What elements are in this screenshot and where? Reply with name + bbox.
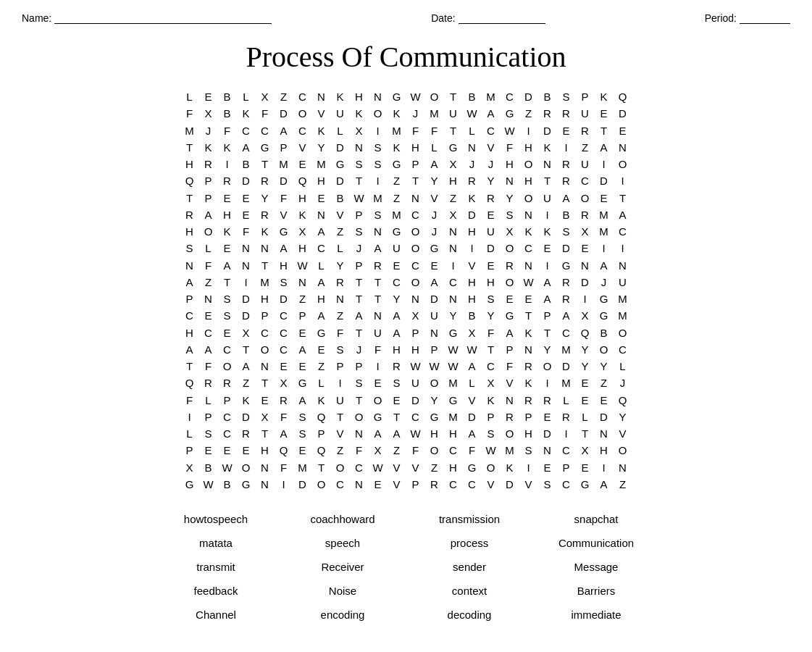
grid-cell: E <box>275 358 293 375</box>
grid-cell: W <box>350 190 369 206</box>
grid-cell: P <box>180 442 199 459</box>
grid-cell: A <box>369 240 388 256</box>
grid-cell: N <box>538 156 557 172</box>
grid-cell: E <box>538 459 557 476</box>
grid-row: MJFCCACKLXIMFFTLCWIDERTE <box>180 122 632 139</box>
grid-cell: C <box>293 122 312 139</box>
grid-cell: E <box>293 358 312 375</box>
grid-cell: T <box>256 257 275 274</box>
grid-cell: H <box>519 172 538 189</box>
grid-cell: K <box>218 139 237 156</box>
grid-cell: N <box>614 139 632 156</box>
grid-cell: M <box>369 190 388 206</box>
grid-cell: W <box>482 442 501 459</box>
grid-cell: P <box>312 425 331 442</box>
grid-cell: T <box>180 139 199 156</box>
grid-cell: C <box>256 122 275 139</box>
grid-cell: H <box>425 425 444 442</box>
grid-cell: H <box>463 274 482 291</box>
grid-cell: R <box>557 291 576 307</box>
grid-cell: P <box>199 190 218 206</box>
grid-cell: W <box>519 274 538 291</box>
grid-cell: W <box>463 341 482 358</box>
grid-cell: U <box>406 375 425 391</box>
grid-cell: G <box>256 139 275 156</box>
grid-cell: P <box>576 88 595 105</box>
grid-cell: J <box>199 122 218 139</box>
grid-cell: N <box>237 257 256 274</box>
grid-cell: C <box>180 307 199 324</box>
grid-cell: F <box>199 358 218 375</box>
page-title: Process Of Communication <box>14 40 798 74</box>
grid-cell: N <box>369 307 388 324</box>
grid-cell: I <box>218 156 237 172</box>
grid-cell: V <box>312 105 331 122</box>
grid-cell: C <box>482 122 501 139</box>
grid-cell: N <box>519 206 538 223</box>
grid-cell: D <box>237 409 256 425</box>
grid-cell: T <box>331 409 350 425</box>
grid-cell: M <box>595 223 614 240</box>
list-item: Barriers <box>533 582 660 600</box>
grid-cell: N <box>350 425 369 442</box>
grid-cell: D <box>595 172 614 189</box>
grid-cell: V <box>388 459 406 476</box>
grid-cell: H <box>463 291 482 307</box>
list-item: Receiver <box>280 558 406 576</box>
grid-cell: M <box>614 291 632 307</box>
grid-cell: Z <box>331 442 350 459</box>
grid-cell: N <box>519 341 538 358</box>
grid-cell: H <box>519 425 538 442</box>
grid-cell: G <box>444 392 463 409</box>
grid-cell: U <box>576 156 595 172</box>
grid-cell: C <box>557 325 576 341</box>
grid-row: LSCRTASPVNAAWHHASOHDITNV <box>180 425 632 442</box>
grid-cell: R <box>557 409 576 425</box>
grid-cell: C <box>444 476 463 493</box>
grid-cell: C <box>406 257 425 274</box>
grid-cell: O <box>538 358 557 375</box>
grid-cell: I <box>369 358 388 375</box>
grid-cell: Y <box>538 341 557 358</box>
grid-cell: G <box>312 325 331 341</box>
grid-cell: A <box>312 307 331 324</box>
grid-cell: C <box>275 307 293 324</box>
grid-cell: Z <box>199 274 218 291</box>
grid-row: PEEEHQEQZFXZFOCFWMSNCXHO <box>180 442 632 459</box>
grid-cell: T <box>444 122 463 139</box>
grid-row: RAHERVKNVPSMCJXDESNIBRMA <box>180 206 632 223</box>
grid-row: QRRZTXGLISESUOMLXVKIMEZJ <box>180 375 632 391</box>
grid-cell: C <box>218 425 237 442</box>
grid-cell: A <box>425 156 444 172</box>
grid-row: HRIBTMEMGSSGPAXJJHONRUIO <box>180 156 632 172</box>
grid-cell: P <box>293 307 312 324</box>
grid-cell: A <box>199 206 218 223</box>
grid-cell: V <box>463 257 482 274</box>
grid-cell: R <box>199 156 218 172</box>
grid-cell: E <box>237 190 256 206</box>
grid-cell: C <box>406 409 425 425</box>
grid-cell: P <box>538 307 557 324</box>
grid-row: FXBKFDOVUKOKJMUWAGZRRUED <box>180 105 632 122</box>
grid-cell: S <box>501 206 519 223</box>
grid-cell: N <box>501 392 519 409</box>
grid-cell: R <box>482 190 501 206</box>
grid-cell: T <box>350 325 369 341</box>
grid-cell: I <box>614 172 632 189</box>
grid-cell: E <box>482 206 501 223</box>
grid-cell: I <box>576 291 595 307</box>
grid-cell: M <box>312 156 331 172</box>
grid-row: SLENNAHCLJAUOGNIDOCEDEII <box>180 240 632 256</box>
date-label: Date: <box>431 12 455 24</box>
grid-cell: A <box>180 274 199 291</box>
grid-cell: N <box>519 257 538 274</box>
grid-cell: B <box>218 105 237 122</box>
grid-cell: K <box>463 190 482 206</box>
grid-cell: E <box>256 392 275 409</box>
grid-cell: F <box>406 442 425 459</box>
grid-cell: C <box>557 476 576 493</box>
grid-cell: T <box>256 156 275 172</box>
grid-cell: N <box>406 190 425 206</box>
grid-cell: O <box>425 375 444 391</box>
list-item: encoding <box>280 606 406 624</box>
